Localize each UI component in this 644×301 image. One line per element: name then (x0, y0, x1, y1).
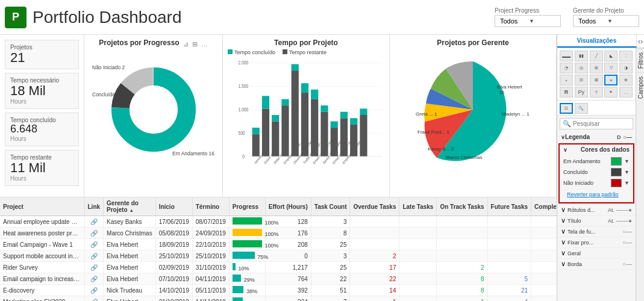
svg-text:Kasey B... 2: Kasey B... 2 (428, 146, 454, 152)
concluido-swatch[interactable] (611, 168, 622, 176)
nao-iniciado-swatch[interactable] (611, 179, 622, 187)
viz-funnel[interactable]: ▽ (604, 63, 617, 73)
viz-r-visual[interactable]: R (560, 87, 573, 98)
cell-link[interactable]: 🔗 (84, 285, 104, 296)
cell-progress: 36% (229, 296, 265, 302)
cell-on-track: 2 (437, 262, 487, 273)
cell-future: 4 (487, 296, 531, 302)
rotulos-section: ∨ Rótulos d... At. ——● (557, 205, 636, 216)
fixar-toggle[interactable]: ○— (622, 239, 632, 246)
viz-pie[interactable]: ◔ (560, 63, 573, 73)
viz-more[interactable]: … (619, 87, 633, 98)
cell-link[interactable]: 🔗 (84, 296, 104, 302)
viz-bar[interactable]: ▬▬ (560, 51, 573, 61)
svg-rect-37 (360, 115, 367, 157)
more-icon[interactable]: … (201, 40, 208, 48)
viz-icon2[interactable]: 🔍 (575, 103, 588, 114)
nao-iniciado-dropdown[interactable]: ▼ (624, 180, 630, 186)
app-title: Portfolio Dashboard (33, 8, 495, 27)
cell-link[interactable]: 🔗 (84, 273, 104, 285)
main-container: P Portfolio Dashboard Project Progress T… (0, 0, 644, 301)
project-progress-select[interactable]: Todos ▼ (495, 15, 561, 27)
project-progress-filter: Project Progress Todos ▼ (495, 7, 561, 27)
viz-card[interactable]: ▪ (560, 75, 573, 85)
em-andamento-swatch[interactable] (611, 157, 622, 166)
campos-label[interactable]: Campos (636, 72, 644, 102)
em-andamento-dropdown[interactable]: ▼ (624, 158, 630, 164)
filter-area: Project Progress Todos ▼ Gerente do Proj… (495, 7, 639, 27)
cell-on-track (437, 228, 487, 239)
search-input[interactable] (573, 120, 630, 127)
viz-table2[interactable]: ⊟ (575, 75, 588, 85)
filtros-label[interactable]: Filtros (636, 48, 644, 72)
borda-section: ∨ Borda ○— (557, 259, 636, 270)
concluido-dropdown[interactable]: ▼ (624, 169, 630, 175)
viz-map[interactable]: ⊕ (619, 75, 633, 85)
cell-progress: 100% (229, 228, 265, 239)
cell-project: Annual employee update meeting (0, 216, 84, 228)
svg-rect-20 (272, 115, 279, 122)
viz-qa[interactable]: ? (590, 87, 603, 98)
svg-text:Frank Purd... 1: Frank Purd... 1 (417, 129, 449, 135)
viz-area[interactable]: ◣ (604, 51, 617, 61)
donut-chart-panel: Projetos por Progresso ⊿ ⊞ … (84, 35, 223, 197)
cell-link[interactable]: 🔗 (84, 262, 104, 273)
cell-link[interactable]: 🔗 (84, 239, 104, 250)
col-task-count: Task Count (311, 197, 350, 216)
cell-manager: Nick Trudeau (104, 285, 156, 296)
panel-nav-right[interactable]: › (640, 37, 643, 46)
collapse-icon-rotulos[interactable]: ∨ (561, 206, 566, 214)
svg-rect-22 (281, 99, 289, 106)
cell-effort: 224 (265, 296, 311, 302)
rotulos-toggle[interactable]: ——● (616, 206, 632, 213)
cell-late (399, 262, 437, 273)
cell-termino: 05/11/2019 (192, 285, 229, 296)
collapse-icon-geral[interactable]: ∨ (561, 249, 566, 257)
titulo-toggle[interactable]: ——● (616, 217, 632, 224)
col-effort: Effort (Hours) (265, 197, 311, 216)
collapse-icon-tela[interactable]: ∨ (561, 228, 566, 235)
viz-gauge[interactable]: ◑ (619, 63, 633, 73)
tab-visualizacoes[interactable]: Visualizações (557, 35, 637, 48)
filter-icon[interactable]: ⊿ (183, 40, 189, 48)
table-row: Email campaign to increase rider's aware… (0, 273, 557, 285)
viz-matrix[interactable]: ⊠ (590, 75, 603, 85)
viz-line[interactable]: ╱ (590, 51, 603, 61)
viz-donut[interactable]: ◎ (575, 63, 588, 73)
legenda-toggle[interactable]: ○— (624, 134, 632, 140)
tela-toggle[interactable]: ○— (622, 228, 632, 235)
col-overdue: Overdue Tasks (350, 197, 399, 216)
pie-chart: Elva Hebert 10 Madelyn ... 1 Greta ... 1… (395, 49, 551, 170)
svg-text:500: 500 (239, 130, 245, 136)
viz-slicer[interactable]: ≡ (604, 75, 617, 85)
svg-text:2.000: 2.000 (239, 60, 248, 66)
collapse-icon-borda[interactable]: ∨ (561, 260, 566, 268)
collapse-icon-titulo[interactable]: ∨ (561, 217, 566, 225)
cell-link[interactable]: 🔗 (84, 250, 104, 262)
cell-project: Rider Survey (0, 262, 84, 273)
borda-toggle[interactable]: ○— (622, 261, 632, 267)
cell-link[interactable]: 🔗 (84, 216, 104, 228)
cell-termino: 25/10/2019 (192, 250, 229, 262)
cell-overdue: 2 (350, 250, 399, 262)
revert-link[interactable]: Reverter para padrão (563, 190, 630, 199)
collapse-icon-cores[interactable]: ∨ (563, 147, 567, 153)
viz-py-visual[interactable]: Py (575, 87, 588, 98)
viz-scatter[interactable]: ⁚ (619, 51, 633, 61)
svg-text:1.000: 1.000 (239, 107, 248, 113)
viz-ai[interactable]: ✦ (604, 87, 617, 98)
titulo-section: ∨ Título At. ——● (557, 216, 636, 226)
viz-treemap[interactable]: ⊞ (590, 63, 603, 73)
bar-legend: Tempo concluído Tempo restante (228, 49, 384, 55)
copy-icon[interactable]: ⊞ (192, 40, 198, 48)
cell-overdue: 1 (350, 296, 399, 302)
project-manager-select[interactable]: Todos ▼ (573, 15, 639, 27)
cell-progress: 75% (229, 250, 265, 262)
cell-link[interactable]: 🔗 (84, 228, 104, 239)
collapse-icon-fixar[interactable]: ∨ (561, 238, 566, 246)
collapse-icon-legenda[interactable]: ∨ (561, 134, 565, 140)
table-row: Rider Survey 🔗 Elva Hebert 02/09/2019 31… (0, 262, 557, 273)
viz-stacked-bar[interactable]: ▮▮ (575, 51, 588, 61)
cell-future (487, 228, 531, 239)
viz-selected-icon[interactable]: ⊡ (560, 103, 573, 114)
